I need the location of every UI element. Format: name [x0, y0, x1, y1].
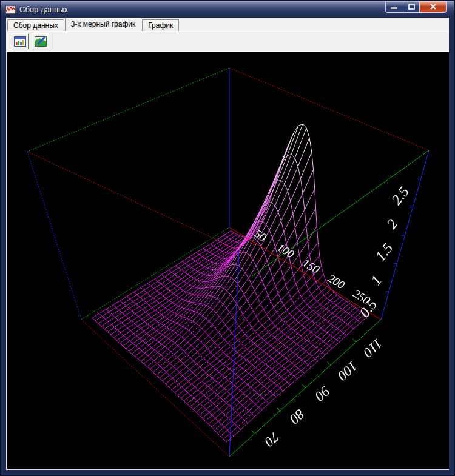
plot-area — [6, 52, 449, 470]
tab-data-collection[interactable]: Сбор данных — [7, 19, 64, 31]
edit-graph-button[interactable] — [32, 33, 49, 49]
close-icon — [430, 4, 436, 10]
maximize-button[interactable] — [403, 1, 420, 13]
app-window: Сбор данных Сбор данных 3-х мерный графи… — [0, 0, 455, 476]
edit-picture-icon — [35, 36, 47, 47]
maximize-icon — [408, 4, 415, 10]
tab-3d-plot[interactable]: 3-х мерный график — [65, 18, 141, 31]
toolbar — [6, 31, 449, 52]
chart-window-button[interactable] — [12, 33, 29, 49]
client-area: Сбор данных 3-х мерный график График — [6, 18, 449, 469]
surface-3d-chart[interactable] — [7, 52, 449, 469]
minimize-icon — [391, 4, 398, 10]
bar-chart-window-icon — [14, 36, 26, 47]
tab-plot[interactable]: График — [142, 19, 179, 31]
window-title: Сбор данных — [19, 5, 68, 14]
titlebar: Сбор данных — [1, 1, 454, 18]
line-chart-icon — [5, 5, 16, 15]
minimize-button[interactable] — [385, 1, 403, 13]
close-button[interactable] — [419, 1, 447, 13]
titlebar-buttons — [386, 1, 447, 13]
tab-strip: Сбор данных 3-х мерный график График — [6, 18, 449, 31]
